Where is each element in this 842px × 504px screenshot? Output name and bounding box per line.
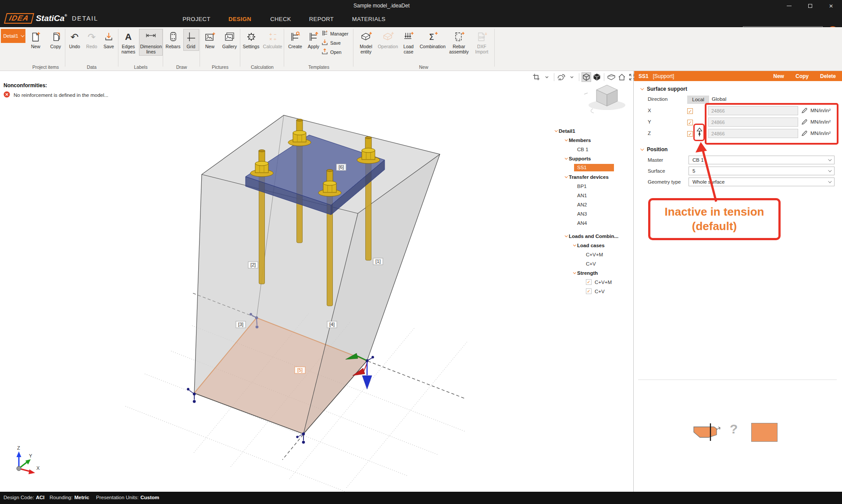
idea-logo-icon: IDEA — [4, 13, 34, 24]
download-icon — [321, 39, 328, 46]
geometry-type-label: Geometry type — [648, 179, 681, 185]
stirrup-icon — [168, 30, 178, 43]
rebar-assembly-button[interactable]: Rebar assembly — [448, 29, 471, 56]
direction-global-toggle[interactable]: Global — [712, 96, 726, 102]
tree-item-loads-and-combin-[interactable]: ✓ Loads and Combin... — [551, 231, 632, 241]
tree-item-c-v-m[interactable]: ✓ C+V+M — [551, 250, 632, 259]
chevron-down-icon[interactable] — [571, 272, 577, 274]
svg-text:[5]: [5] — [297, 367, 303, 373]
rounding-status[interactable]: Rounding:Metric — [50, 492, 89, 504]
svg-text:X: X — [36, 465, 40, 471]
chevron-down-icon[interactable] — [563, 176, 569, 178]
y-label: Y — [648, 119, 651, 124]
group-caption: Templates — [285, 64, 353, 70]
settings-button[interactable]: Settings — [242, 29, 261, 51]
tree-item-members[interactable]: ✓ Members — [551, 135, 632, 145]
load-case-button[interactable]: Load case — [400, 29, 418, 56]
design-code-status[interactable]: Design Code:ACI — [4, 492, 45, 504]
ribbon-group-templates: Create Apply Manager Save — [285, 28, 353, 70]
svg-text:DXF: DXF — [479, 36, 485, 39]
svg-text:÷: ÷ — [274, 36, 276, 42]
dimension-arrow-icon — [145, 30, 157, 43]
tree-item-an2[interactable]: ✓ AN2 — [551, 200, 632, 209]
close-button[interactable]: ✕ — [822, 0, 840, 12]
template-open-item[interactable]: Open — [321, 48, 348, 56]
chevron-down-icon — [640, 147, 644, 150]
project-selector[interactable]: Detail1 — [1, 29, 25, 43]
redo-icon: ↷ — [88, 30, 96, 43]
chevron-down-icon[interactable] — [563, 139, 569, 141]
edges-names-button[interactable]: A Edges names — [119, 29, 138, 56]
annotation-highlight-small-box — [693, 124, 705, 141]
operation-button[interactable]: Operation — [378, 29, 398, 51]
grid-button[interactable]: Grid — [183, 29, 199, 51]
template-manager-item[interactable]: Manager — [321, 30, 348, 37]
checkbox-icon[interactable]: ✓ — [586, 288, 592, 294]
redo-button[interactable]: ↷ Redo — [84, 29, 100, 51]
dxf-import-button[interactable]: DXF DXF Import — [472, 29, 492, 56]
tree-item-supports[interactable]: ✓ Supports — [551, 154, 632, 163]
direction-local-toggle[interactable]: Local — [687, 96, 709, 104]
template-apply-button[interactable]: Apply — [305, 29, 322, 51]
section-position[interactable]: Position — [640, 146, 667, 153]
model-entity-button[interactable]: Model entity — [356, 29, 377, 56]
chevron-down-icon[interactable] — [563, 235, 569, 237]
checkbox-icon[interactable]: ✓ — [586, 279, 592, 285]
tree-item-c-v[interactable]: ✓ C+V — [551, 287, 632, 296]
menu-materials[interactable]: MATERIALS — [352, 12, 385, 27]
copy-project-item-button[interactable]: Copy — [46, 29, 65, 51]
tree-item-an1[interactable]: ✓ AN1 — [551, 191, 632, 200]
coordinate-triad: Z Y X — [17, 445, 40, 474]
tree-item-detail1[interactable]: ✓ Detail1 — [551, 126, 632, 135]
menu-project[interactable]: PROJECT — [182, 12, 210, 27]
tree-item-c-v-m[interactable]: ✓ C+V+M — [551, 277, 632, 287]
panel-delete-button[interactable]: Delete — [820, 73, 836, 79]
tree-item-cb-1[interactable]: ✓ CB 1 — [551, 145, 632, 154]
tree-item-strength[interactable]: ✓ Strength — [551, 268, 632, 277]
tree-item-an3[interactable]: ✓ AN3 — [551, 209, 632, 218]
section-surface-support[interactable]: Surface support — [640, 86, 687, 92]
master-select[interactable]: CB 1 — [689, 156, 835, 164]
maximize-button[interactable] — [801, 0, 819, 12]
geometry-type-select[interactable]: Whole surface — [689, 177, 835, 186]
save-button[interactable]: Save — [101, 29, 117, 51]
dimension-lines-button[interactable]: Dimension lines — [139, 29, 163, 56]
viewport-3d[interactable]: Nonconformities: No reinforcement is def… — [0, 71, 634, 492]
menu-check[interactable]: CHECK — [270, 12, 291, 27]
calculator-icon: +−×÷ — [267, 30, 278, 43]
ribbon-group-labels: A Edges names Dimension lines Labels — [119, 28, 163, 70]
minimize-button[interactable] — [780, 0, 798, 12]
y-checkbox[interactable]: ✓ — [687, 120, 693, 125]
menu-report[interactable]: REPORT — [309, 12, 334, 27]
tree-item-ss1[interactable]: ✓ SS1 — [551, 163, 632, 172]
combination-button[interactable]: Σ Combination — [419, 29, 446, 51]
navigation-cube[interactable] — [584, 85, 625, 113]
gallery-button[interactable]: Gallery — [220, 29, 239, 51]
chevron-down-icon[interactable] — [553, 130, 559, 132]
tree-item-transfer-devices[interactable]: ✓ Transfer devices — [551, 172, 632, 181]
z-checkbox[interactable]: ✓ — [687, 131, 693, 137]
tree-item-c-v[interactable]: ✓ C+V — [551, 259, 632, 268]
panel-copy-button[interactable]: Copy — [796, 73, 809, 79]
rebars-button[interactable]: Rebars — [164, 29, 182, 51]
new-picture-button[interactable]: New — [201, 29, 219, 51]
tree-item-load-cases[interactable]: ✓ Load cases — [551, 241, 632, 250]
panel-new-button[interactable]: New — [773, 73, 784, 79]
template-create-button[interactable]: Create — [286, 29, 304, 51]
tree-item-bp1[interactable]: ✓ BP1 — [551, 181, 632, 191]
tree-item-an4[interactable]: ✓ AN4 — [551, 218, 632, 227]
presentation-units-status[interactable]: Presentation Units:Custom — [96, 492, 159, 504]
calculate-button[interactable]: +−×÷ Calculate — [262, 29, 283, 51]
surface-select[interactable]: 5 — [689, 167, 835, 175]
selected-entity-type: [Support] — [653, 73, 674, 79]
template-save-item[interactable]: Save — [321, 39, 348, 46]
x-checkbox[interactable]: ✓ — [687, 108, 693, 114]
chevron-down-icon[interactable] — [571, 244, 577, 246]
chevron-down-icon — [640, 86, 644, 90]
status-bar: Design Code:ACI Rounding:Metric Presenta… — [0, 492, 842, 504]
chevron-down-icon[interactable] — [563, 157, 569, 160]
menu-design[interactable]: DESIGN — [228, 12, 251, 27]
ribbon: Detail1 New Copy Project items — [0, 27, 842, 71]
new-project-item-button[interactable]: New — [26, 29, 45, 51]
undo-button[interactable]: ↶ Undo — [67, 29, 82, 51]
